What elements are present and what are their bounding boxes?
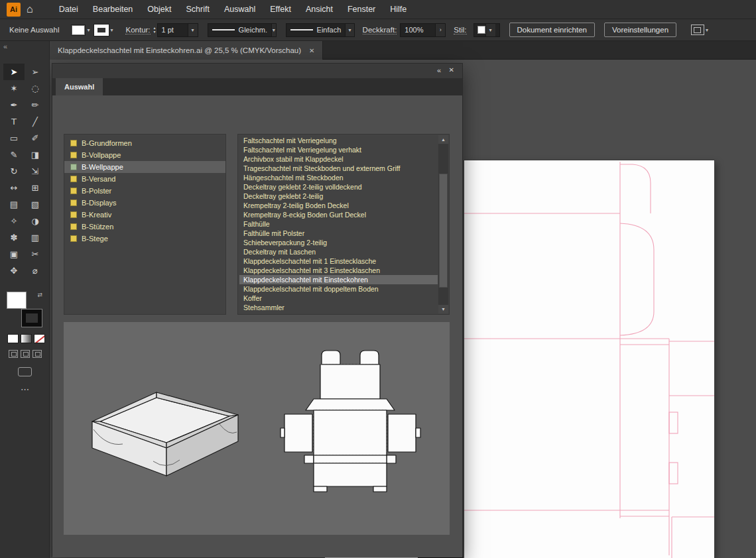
gradient-tool[interactable]: ▧ bbox=[25, 196, 46, 213]
category-item[interactable]: B-Vollpappe bbox=[64, 149, 225, 161]
stroke-label[interactable]: Kontur: bbox=[125, 26, 150, 34]
menu-item-objekt[interactable]: Objekt bbox=[140, 0, 178, 19]
type-tool[interactable]: T bbox=[3, 113, 25, 130]
stroke-indicator[interactable] bbox=[22, 309, 42, 327]
screen-mode-icon[interactable] bbox=[18, 367, 32, 376]
template-item[interactable]: Krempeltray 2-teilig Boden Deckel bbox=[239, 201, 438, 210]
paintbrush-tool[interactable]: ✐ bbox=[25, 130, 46, 146]
document-setup-button[interactable]: Dokument einrichten bbox=[509, 23, 595, 37]
stroke-width-combo[interactable]: 1 pt ▾ bbox=[157, 23, 198, 37]
lasso-tool[interactable]: ◌ bbox=[25, 80, 46, 97]
perspective-grid-tool[interactable]: ⊞ bbox=[25, 180, 46, 196]
symbol-sprayer-tool[interactable]: ✽ bbox=[3, 229, 25, 246]
chevron-down-icon[interactable]: ▾ bbox=[87, 27, 90, 33]
template-item[interactable]: Faltschachtel mit Verriegelung verhakt bbox=[239, 145, 438, 154]
template-item[interactable]: Falthülle bbox=[239, 219, 438, 229]
close-icon[interactable]: ✕ bbox=[309, 47, 314, 54]
edit-toolbar-icon[interactable]: ⋯ bbox=[0, 384, 50, 394]
blend-tool[interactable]: ◑ bbox=[25, 213, 46, 229]
mesh-tool[interactable]: ▤ bbox=[3, 196, 25, 213]
category-item[interactable]: B-Wellpappe bbox=[64, 161, 225, 173]
draw-behind-icon[interactable] bbox=[21, 350, 30, 358]
scrollbar-thumb[interactable] bbox=[439, 174, 448, 288]
template-item[interactable]: Krempeltray 8-eckig Boden Gurt Deckel bbox=[239, 210, 438, 219]
chevron-down-icon[interactable]: ▾ bbox=[485, 24, 495, 36]
category-item[interactable]: B-Versand bbox=[64, 173, 225, 185]
opacity-label[interactable]: Deckkraft: bbox=[363, 26, 397, 34]
category-item[interactable]: B-Polster bbox=[64, 185, 225, 197]
category-item[interactable]: B-Stützen bbox=[64, 221, 225, 233]
draw-normal-icon[interactable] bbox=[9, 350, 18, 358]
menu-item-hilfe[interactable]: Hilfe bbox=[383, 0, 414, 19]
menu-item-datei[interactable]: Datei bbox=[52, 0, 86, 19]
document-tab[interactable]: Klappdeckelschachtel mit Einsteckohren.a… bbox=[50, 41, 323, 60]
stroke-profile-combo[interactable]: Gleichm. ▾ bbox=[208, 23, 277, 37]
gradient-button[interactable] bbox=[21, 334, 32, 343]
opacity-options-button[interactable]: › bbox=[436, 23, 446, 37]
stepper-down-icon[interactable]: ▾ bbox=[154, 30, 156, 34]
chevron-down-icon[interactable]: ▾ bbox=[188, 24, 198, 36]
template-item[interactable]: Klappdeckelschachtel mit 3 Einstecklasch… bbox=[239, 266, 438, 275]
rectangle-tool[interactable]: ▭ bbox=[3, 130, 25, 146]
none-button[interactable] bbox=[34, 334, 45, 343]
menu-item-schrift[interactable]: Schrift bbox=[178, 0, 216, 19]
menu-item-auswahl[interactable]: Auswahl bbox=[217, 0, 263, 19]
stroke-width-stepper[interactable]: ▴ ▾ bbox=[154, 26, 156, 34]
template-item[interactable]: Deckeltray geklebt 2-teilig bbox=[239, 192, 438, 201]
style-label[interactable]: Stil: bbox=[454, 26, 466, 34]
template-item[interactable]: Stehsammler bbox=[239, 303, 438, 312]
template-item[interactable]: Falthülle mit Polster bbox=[239, 229, 438, 238]
template-item[interactable]: Klappdeckelschachtel mit Einsteckohren bbox=[239, 275, 438, 284]
column-graph-tool[interactable]: ▥ bbox=[25, 229, 46, 246]
swap-fill-stroke-icon[interactable]: ⇄ bbox=[37, 292, 42, 298]
stroke-color-swatch[interactable] bbox=[94, 25, 109, 36]
close-panel-icon[interactable]: ✕ bbox=[449, 66, 454, 74]
direct-selection-tool[interactable]: ➢ bbox=[25, 64, 46, 80]
line-segment-tool[interactable]: ╱ bbox=[25, 113, 46, 130]
fill-color-swatch[interactable] bbox=[71, 25, 86, 36]
fill-indicator[interactable] bbox=[7, 292, 27, 309]
panel-header[interactable]: « ✕ bbox=[52, 64, 462, 78]
template-scrollbar[interactable]: ▲ ▼ bbox=[438, 135, 448, 313]
menu-item-bearbeiten[interactable]: Bearbeiten bbox=[86, 0, 140, 19]
template-item[interactable]: Faltschachtel mit Verriegelung bbox=[239, 136, 438, 145]
color-button[interactable] bbox=[7, 334, 19, 343]
rotate-tool[interactable]: ↻ bbox=[3, 163, 25, 180]
preferences-button[interactable]: Voreinstellungen bbox=[604, 23, 676, 37]
category-item[interactable]: B-Displays bbox=[64, 197, 225, 209]
selection-tool[interactable]: ➤ bbox=[3, 64, 25, 80]
width-tool[interactable]: ↔ bbox=[3, 180, 25, 196]
collapse-panel-icon[interactable]: « bbox=[437, 66, 441, 74]
chevron-down-icon[interactable]: ▾ bbox=[110, 27, 113, 33]
artboard-tool[interactable]: ▣ bbox=[3, 246, 25, 262]
chevron-down-icon[interactable]: ▾ bbox=[271, 24, 276, 36]
template-item[interactable]: Archivbox stabil mit Klappdeckel bbox=[239, 154, 438, 164]
menu-item-fenster[interactable]: Fenster bbox=[340, 0, 383, 19]
template-item[interactable]: Koffer bbox=[239, 294, 438, 303]
chevron-down-icon[interactable]: ▾ bbox=[345, 24, 353, 36]
arrange-documents-icon[interactable] bbox=[691, 25, 704, 35]
scroll-down-icon[interactable]: ▼ bbox=[438, 305, 448, 313]
eyedropper-tool[interactable]: ✧ bbox=[3, 213, 25, 229]
pen-tool[interactable]: ✒ bbox=[3, 97, 25, 113]
template-item[interactable]: Deckeltray mit Laschen bbox=[239, 247, 438, 256]
pencil-tool[interactable]: ✎ bbox=[3, 146, 25, 163]
template-item[interactable]: Schiebeverpackung 2-teilig bbox=[239, 238, 438, 247]
template-item[interactable]: Trageschachtel mit Steckboden und extern… bbox=[239, 164, 438, 173]
scroll-up-icon[interactable]: ▲ bbox=[438, 135, 448, 144]
fill-stroke-indicator[interactable]: ⇄ bbox=[7, 292, 44, 329]
menu-item-ansicht[interactable]: Ansicht bbox=[298, 0, 340, 19]
zoom-tool[interactable]: ⌀ bbox=[25, 262, 46, 279]
tab-auswahl[interactable]: Auswahl bbox=[56, 78, 103, 95]
menu-item-effekt[interactable]: Effekt bbox=[263, 0, 298, 19]
curvature-tool[interactable]: ✏ bbox=[25, 97, 46, 113]
home-icon[interactable]: ⌂ bbox=[27, 3, 33, 15]
scale-tool[interactable]: ⇲ bbox=[25, 163, 46, 180]
style-combo[interactable]: ▾ bbox=[473, 23, 500, 37]
category-item[interactable]: B-Grundformen bbox=[64, 137, 225, 149]
template-item[interactable]: Hängeschachtel mit Steckboden bbox=[239, 173, 438, 182]
category-item[interactable]: B-Stege bbox=[64, 233, 225, 245]
eraser-tool[interactable]: ◨ bbox=[25, 146, 46, 163]
collapse-tools-icon[interactable]: « bbox=[3, 42, 7, 50]
template-item[interactable]: Klappdeckelschachtel mit 1 Einstecklasch… bbox=[239, 256, 438, 266]
